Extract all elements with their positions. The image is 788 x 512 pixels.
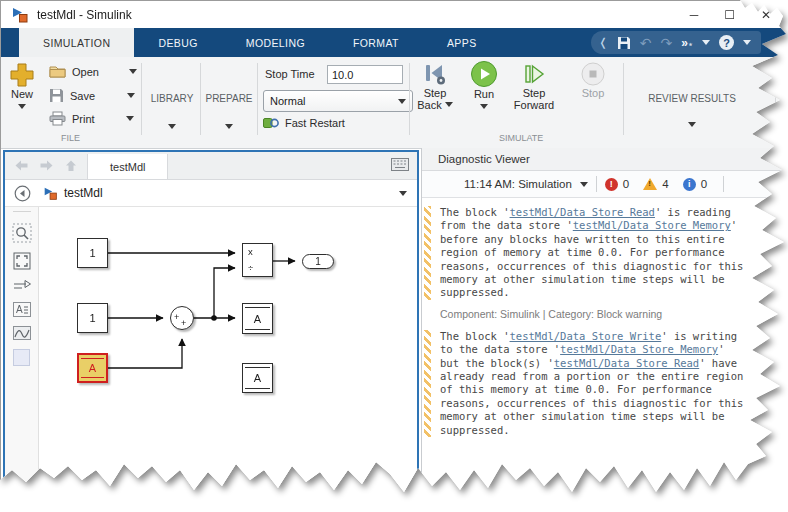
review-results-caret[interactable] [688,122,696,127]
undo-icon[interactable]: ↶ [640,35,652,51]
save-disk-icon [49,88,64,103]
annotation-icon[interactable]: A [13,302,31,317]
print-button[interactable]: Print [49,111,134,126]
prepare-caret[interactable] [225,124,233,129]
more-commands-icon[interactable]: »⋆ [681,36,693,50]
run-label: Run [474,88,494,100]
run-button[interactable]: Run [464,60,504,109]
run-icon [470,60,498,88]
save-caret[interactable] [127,93,135,98]
tab-format[interactable]: FORMAT [329,28,423,57]
tab-debug[interactable]: DEBUG [134,28,221,57]
block-link[interactable]: testMdl/Data Store Read [510,206,655,218]
diagnostic-viewer-title: Diagnostic Viewer [438,153,530,165]
block-data-store-write[interactable]: A [242,303,273,334]
library-section[interactable]: LIBRARY [145,93,199,129]
help-caret[interactable] [743,40,751,45]
print-caret[interactable] [126,116,134,121]
open-button[interactable]: Open [49,65,137,78]
prepare-section[interactable]: PREPARE [202,93,256,129]
sim-mode-value: Normal [270,95,305,107]
block-link[interactable]: testMdl/Data Store Memory [573,219,731,231]
step-back-label-1: Step [424,87,447,99]
file-group-label: FILE [61,133,80,143]
warning-count-badge[interactable]: 4 [643,178,668,190]
viewer-icon[interactable] [13,326,31,340]
up-arrow-icon[interactable] [65,160,77,172]
toolbar-divider-2 [723,176,724,192]
zoom-region-icon[interactable] [12,223,32,243]
run-selector[interactable]: 11:14 AM: Simulation [464,178,572,190]
fit-to-view-icon[interactable] [13,252,31,270]
tab-simulation[interactable]: SIMULATION [19,28,134,57]
model-editor-panel: testMdl testMdl [3,150,419,512]
redo-icon[interactable]: ↷ [661,35,673,51]
block-sum[interactable]: ++ [170,306,194,330]
block-constant-top[interactable]: 1 [77,238,108,268]
run-selector-caret[interactable] [580,182,588,187]
tab-modeling[interactable]: MODELING [222,28,329,57]
breadcrumb-caret[interactable] [399,191,407,196]
ribbon-tab-bar: SIMULATIONDEBUGMODELINGFORMATAPPS ❬ ↶ ↷ … [1,28,788,57]
message-meta: Component: Simulink | Category: Block wa… [440,308,788,320]
fast-restart-toggle[interactable]: Fast Restart [263,117,345,129]
save-button[interactable]: Save [49,88,135,103]
info-count: 0 [701,178,707,190]
new-button[interactable]: New [9,62,35,109]
svg-text:A: A [16,304,23,315]
run-caret[interactable] [480,104,488,109]
block-link[interactable]: testMdl/Data Store Memory [560,343,718,355]
new-model-icon [9,62,35,88]
capture-icon[interactable] [13,349,30,366]
diagnostic-messages: The block 'testMdl/Data Store Read' is r… [422,198,788,437]
block-link[interactable]: testMdl/Data Store Read [554,357,699,369]
breadcrumb-model-name[interactable]: testMdl [64,186,103,200]
tab-apps[interactable]: APPS [423,28,501,57]
close-button[interactable]: ✕ [761,1,771,29]
fast-restart-icon [263,117,279,129]
hide-explorer-icon[interactable] [14,185,31,202]
block-constant-mid[interactable]: 1 [77,303,108,333]
simulate-group-label: SIMULATE [499,133,543,143]
signal-wire[interactable] [108,339,182,368]
new-label: New [11,88,33,100]
save-label: Save [70,90,95,102]
sim-mode-select[interactable]: Normal [263,90,413,112]
warning-stripe [424,330,431,437]
review-results-section[interactable]: REVIEW RESULTS [627,93,757,127]
editor-tab-testmdl[interactable]: testMdl [87,154,168,179]
info-count-badge[interactable]: i 0 [683,178,707,191]
editor-tab-bar: testMdl [5,152,417,180]
keyboard-icon[interactable] [391,158,409,171]
more-commands-caret[interactable] [702,40,710,45]
block-link[interactable]: testMdl/Data Store Write [510,330,662,342]
signal-route-icon[interactable] [13,279,31,293]
editor-palette: A [5,207,39,512]
info-icon: i [683,178,696,191]
model-canvas[interactable]: 11Ax÷++AA1 [39,207,417,512]
back-arrow-icon[interactable] [15,160,28,171]
new-caret[interactable] [18,104,26,109]
palette-divider [13,211,31,212]
library-caret[interactable] [168,124,176,129]
step-back-button[interactable]: Step Back [413,61,457,111]
block-outport[interactable]: 1 [302,254,334,269]
help-icon[interactable]: ? [719,35,734,50]
error-count: 0 [623,178,629,190]
minimize-button[interactable]: ─ [690,1,699,29]
maximize-button[interactable]: ☐ [724,1,735,29]
collapse-chevron-icon[interactable]: ❬ [599,36,608,49]
block-data-store-read[interactable]: A [77,353,108,383]
error-count-badge[interactable]: ! 0 [605,178,629,191]
stop-time-input[interactable] [327,65,403,84]
stop-button[interactable]: Stop [573,61,613,99]
block-divide[interactable]: x÷ [242,243,273,277]
signal-wire[interactable] [214,268,235,318]
stop-icon [580,61,606,87]
block-data-store-memory[interactable]: A [242,363,273,393]
save-icon[interactable] [617,36,631,50]
step-forward-button[interactable]: Step Forward [509,61,559,111]
forward-arrow-icon[interactable] [40,160,53,171]
open-caret[interactable] [129,69,137,74]
prepare-label: PREPARE [205,93,252,104]
